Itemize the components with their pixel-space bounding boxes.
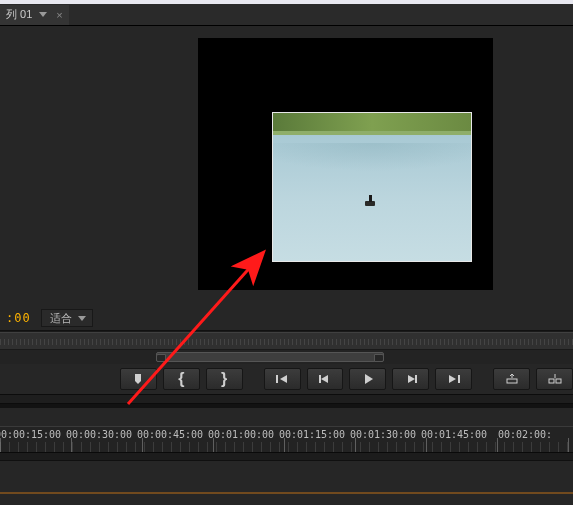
svg-rect-5 bbox=[549, 379, 554, 383]
monitor-controls: :00 适合 bbox=[0, 306, 573, 330]
video-canvas[interactable] bbox=[198, 38, 493, 290]
mark-out-button[interactable]: } bbox=[206, 368, 243, 390]
zoom-fit-dropdown[interactable]: 适合 bbox=[41, 309, 93, 327]
lift-button[interactable] bbox=[493, 368, 530, 390]
transport-controls: { } bbox=[0, 364, 573, 394]
step-forward-button[interactable] bbox=[392, 368, 429, 390]
timeline-track-area[interactable] bbox=[0, 460, 573, 492]
step-back-button[interactable] bbox=[307, 368, 344, 390]
tab-close-button[interactable]: × bbox=[56, 9, 62, 21]
svg-rect-6 bbox=[556, 379, 561, 383]
current-timecode[interactable]: :00 bbox=[6, 311, 31, 325]
add-marker-button[interactable] bbox=[120, 368, 157, 390]
sequence-tab[interactable]: 列 01 × bbox=[0, 5, 69, 25]
go-to-out-button[interactable] bbox=[435, 368, 472, 390]
play-button[interactable] bbox=[349, 368, 386, 390]
panel-divider[interactable] bbox=[0, 394, 573, 404]
mark-out-icon: } bbox=[221, 370, 227, 388]
monitor-zoom-scrollbar[interactable] bbox=[0, 350, 573, 364]
svg-rect-0 bbox=[276, 375, 278, 383]
mark-in-icon: { bbox=[178, 370, 184, 388]
go-to-in-button[interactable] bbox=[264, 368, 301, 390]
zoom-fit-label: 适合 bbox=[50, 311, 72, 326]
svg-rect-4 bbox=[507, 379, 517, 383]
monitor-time-ruler[interactable] bbox=[0, 332, 573, 350]
zoom-scrollbar-thumb[interactable] bbox=[156, 352, 384, 362]
chevron-down-icon bbox=[78, 316, 86, 321]
timeline-selection-highlight bbox=[0, 492, 573, 494]
mark-in-button[interactable]: { bbox=[163, 368, 200, 390]
tab-menu-icon[interactable] bbox=[36, 8, 50, 22]
panel-tab-bar: 列 01 × bbox=[0, 4, 573, 26]
svg-rect-2 bbox=[415, 375, 417, 383]
video-frame-preview bbox=[272, 112, 472, 262]
timeline-ruler[interactable]: 00:00:15:0000:00:30:0000:00:45:0000:01:0… bbox=[0, 426, 573, 452]
extract-button[interactable] bbox=[536, 368, 573, 390]
svg-rect-1 bbox=[319, 375, 321, 383]
program-monitor bbox=[0, 26, 573, 306]
sequence-tab-label: 列 01 bbox=[6, 7, 32, 22]
svg-rect-3 bbox=[458, 375, 460, 383]
